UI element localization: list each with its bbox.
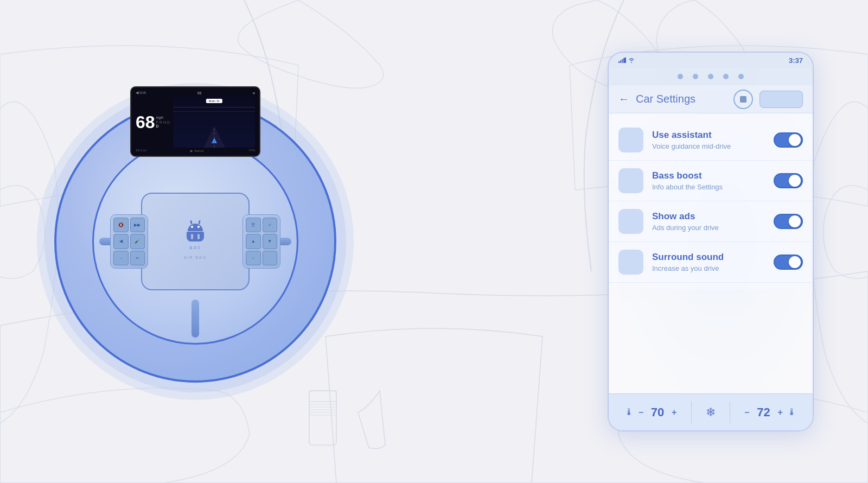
nav-dot-3 (708, 74, 713, 79)
nav-dot-4 (723, 74, 729, 79)
btn-check[interactable]: ✓ (263, 218, 278, 232)
settings-item-show-ads: Show ads Ads during your drive (609, 201, 813, 242)
phone-frame: 3:37 ← Car Settings (608, 52, 814, 431)
spoke-bottom (192, 300, 199, 338)
settings-item-bass-boost: Bass boost Info about the Settings (609, 161, 813, 201)
btn-down[interactable]: ▼ (263, 234, 278, 249)
wheel-hub: aot AIR BAG (141, 193, 250, 290)
nav-dots-row (609, 68, 813, 85)
signal-icon (618, 58, 626, 63)
climate-left-plus[interactable]: + (672, 408, 676, 417)
settings-header: ← Car Settings (609, 85, 813, 113)
climate-right: – 72 + 🌡 (745, 405, 797, 420)
climate-right-minus[interactable]: – (745, 408, 750, 417)
surround-sound-icon (618, 250, 643, 275)
phone-status-bar: 3:37 (609, 53, 813, 68)
airbag-text: AIR BAG (184, 256, 207, 259)
svg-rect-5 (618, 61, 620, 63)
climate-left-minus[interactable]: – (639, 408, 643, 417)
main-content: ◀ lock 68 ■ 68 mph P R N D D (0, 0, 868, 483)
climate-divider-2 (730, 402, 730, 423)
climate-right-plus[interactable]: + (777, 408, 782, 417)
bass-boost-icon (618, 168, 643, 193)
use-assistant-icon (618, 128, 643, 152)
btn-vol-down[interactable]: – (113, 251, 129, 265)
svg-rect-8 (623, 58, 624, 63)
use-assistant-title: Use assistant (652, 130, 765, 141)
bass-boost-toggle[interactable] (774, 173, 803, 188)
android-logo (188, 224, 203, 242)
use-assistant-text: Use assistant Voice guidance mid-drive (652, 130, 765, 150)
dash-speed-top: 68 (197, 91, 202, 95)
btn-prev-track[interactable]: ◀ (113, 234, 129, 249)
stop-icon (740, 96, 746, 103)
climate-left-value: 70 (648, 405, 667, 420)
bass-boost-toggle-knob (789, 175, 801, 187)
settings-item-surround-sound: Surround sound Increase as you drive (609, 242, 813, 283)
btn-empty (263, 251, 278, 265)
wifi-icon (628, 58, 635, 63)
dash-battery: 77% (248, 149, 255, 152)
surround-sound-text: Surround sound Increase as you drive (652, 252, 765, 272)
use-assistant-toggle-knob (789, 134, 801, 146)
climate-left-icon: 🌡 (624, 406, 634, 418)
climate-divider-1 (691, 402, 692, 423)
use-assistant-desc: Voice guidance mid-drive (652, 142, 765, 150)
wheel-controls-right: ☰ ✓ ▲ ▼ ← (242, 214, 280, 269)
climate-left: 🌡 – 70 + (624, 405, 676, 420)
show-ads-text: Show ads Ads during your drive (652, 211, 765, 232)
status-time: 3:37 (789, 56, 803, 65)
svg-rect-6 (620, 60, 621, 63)
steering-inner-ring: 🔇 ▶▶ ◀ 🎤 – ↩ (92, 138, 298, 345)
settings-item-use-assistant: Use assistant Voice guidance mid-drive (609, 120, 813, 161)
btn-next-track[interactable]: ▶▶ (130, 218, 145, 232)
brand-text: aot (189, 245, 201, 250)
settings-list: Use assistant Voice guidance mid-drive B… (609, 113, 813, 289)
bass-boost-text: Bass boost Info about the Settings (652, 170, 765, 191)
steering-outer-ring: ◀ lock 68 ■ 68 mph P R N D D (54, 100, 336, 383)
nav-dot-5 (738, 74, 744, 79)
btn-call[interactable]: ↩ (130, 251, 145, 265)
nav-dot-2 (693, 74, 698, 79)
status-icons (618, 58, 635, 63)
back-button[interactable]: ← (618, 93, 629, 105)
surround-sound-toggle-knob (789, 256, 801, 268)
nav-street: Main St (206, 99, 222, 103)
bass-boost-desc: Info about the Settings (652, 183, 765, 191)
climate-right-icon: 🌡 (787, 406, 797, 418)
fan-icon: ❄ (706, 405, 716, 420)
svg-rect-7 (622, 59, 623, 63)
show-ads-desc: Ads during your drive (652, 224, 765, 232)
show-ads-toggle[interactable] (774, 214, 803, 229)
speed-unit: mph (156, 116, 170, 119)
steering-section: ◀ lock 68 ■ 68 mph P R N D D (43, 38, 347, 445)
settings-title: Car Settings (636, 93, 727, 105)
stop-button[interactable] (733, 90, 753, 109)
btn-left[interactable]: ← (246, 251, 261, 265)
surround-sound-title: Surround sound (652, 252, 765, 263)
dashboard-phone: ◀ lock 68 ■ 68 mph P R N D D (130, 86, 260, 157)
climate-bar: 🌡 – 70 + ❄ – 72 + 🌡 (609, 393, 813, 430)
dash-speed: 68 (136, 113, 155, 131)
show-ads-toggle-knob (789, 215, 801, 227)
climate-center-fan: ❄ (706, 405, 716, 420)
settings-panel-container: 3:37 ← Car Settings (608, 52, 825, 431)
use-assistant-toggle[interactable] (774, 132, 803, 148)
action-button[interactable] (760, 91, 803, 108)
svg-marker-9 (624, 58, 626, 63)
bass-boost-title: Bass boost (652, 170, 765, 181)
btn-mute[interactable]: 🔇 (113, 218, 129, 232)
btn-up[interactable]: ▲ (246, 234, 261, 249)
nav-dot-1 (678, 74, 683, 79)
surround-sound-toggle[interactable] (774, 255, 803, 270)
surround-sound-desc: Increase as you drive (652, 264, 765, 272)
btn-menu[interactable]: ☰ (246, 218, 261, 232)
climate-right-value: 72 (754, 405, 773, 420)
show-ads-title: Show ads (652, 211, 765, 222)
show-ads-icon (618, 209, 643, 234)
dash-distance: 24.3 mi (136, 149, 146, 152)
wheel-controls-left: 🔇 ▶▶ ◀ 🎤 – ↩ (110, 214, 148, 269)
btn-mic[interactable]: 🎤 (130, 234, 145, 249)
